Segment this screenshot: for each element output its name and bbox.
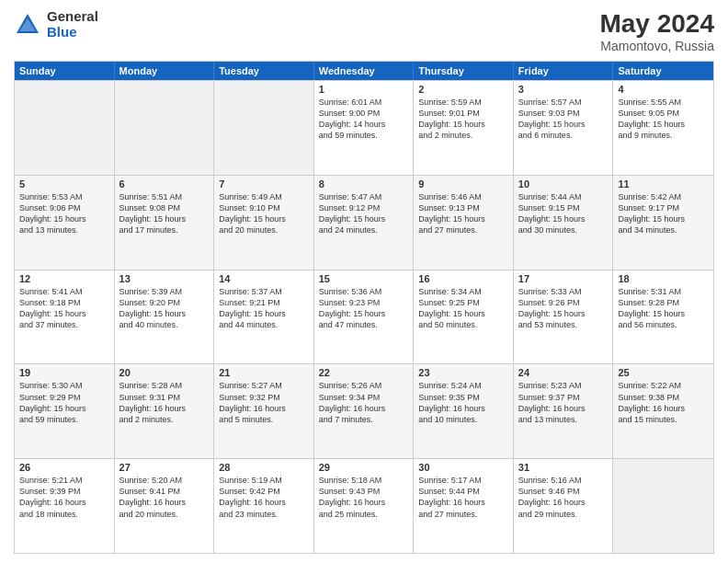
header-day: Saturday — [613, 62, 713, 80]
day-info: Sunrise: 5:57 AM Sunset: 9:03 PM Dayligh… — [518, 97, 609, 142]
calendar-cell: 4Sunrise: 5:55 AM Sunset: 9:05 PM Daylig… — [613, 81, 713, 175]
calendar-cell: 27Sunrise: 5:20 AM Sunset: 9:41 PM Dayli… — [115, 459, 215, 553]
header-day: Wednesday — [314, 62, 415, 80]
day-number: 8 — [319, 178, 409, 190]
day-info: Sunrise: 5:33 AM Sunset: 9:26 PM Dayligh… — [518, 286, 609, 331]
calendar-cell: 3Sunrise: 5:57 AM Sunset: 9:03 PM Daylig… — [514, 81, 614, 175]
calendar-cell — [214, 81, 314, 175]
day-info: Sunrise: 5:47 AM Sunset: 9:12 PM Dayligh… — [319, 191, 409, 236]
day-info: Sunrise: 5:31 AM Sunset: 9:28 PM Dayligh… — [618, 286, 709, 331]
calendar-cell: 24Sunrise: 5:23 AM Sunset: 9:37 PM Dayli… — [514, 364, 614, 458]
calendar-row: 19Sunrise: 5:30 AM Sunset: 9:29 PM Dayli… — [15, 363, 713, 458]
day-number: 13 — [119, 273, 210, 284]
calendar-cell: 11Sunrise: 5:42 AM Sunset: 9:17 PM Dayli… — [613, 176, 713, 270]
calendar: SundayMondayTuesdayWednesdayThursdayFrid… — [14, 61, 714, 554]
logo-icon — [14, 11, 41, 39]
day-info: Sunrise: 5:28 AM Sunset: 9:31 PM Dayligh… — [119, 380, 210, 425]
day-info: Sunrise: 5:24 AM Sunset: 9:35 PM Dayligh… — [418, 380, 508, 425]
calendar-cell: 23Sunrise: 5:24 AM Sunset: 9:35 PM Dayli… — [414, 364, 514, 458]
day-info: Sunrise: 5:46 AM Sunset: 9:13 PM Dayligh… — [418, 191, 508, 236]
header-day: Friday — [514, 62, 614, 80]
calendar-cell — [613, 459, 713, 553]
day-info: Sunrise: 5:44 AM Sunset: 9:15 PM Dayligh… — [518, 191, 609, 236]
day-info: Sunrise: 5:23 AM Sunset: 9:37 PM Dayligh… — [518, 380, 609, 425]
calendar-cell: 14Sunrise: 5:37 AM Sunset: 9:21 PM Dayli… — [214, 270, 314, 364]
day-info: Sunrise: 5:30 AM Sunset: 9:29 PM Dayligh… — [19, 380, 109, 425]
day-number: 17 — [518, 273, 609, 284]
day-number: 22 — [319, 367, 409, 378]
calendar-cell: 10Sunrise: 5:44 AM Sunset: 9:15 PM Dayli… — [514, 176, 614, 270]
day-number: 25 — [618, 367, 709, 378]
calendar-cell: 21Sunrise: 5:27 AM Sunset: 9:32 PM Dayli… — [214, 364, 314, 458]
calendar-cell: 30Sunrise: 5:17 AM Sunset: 9:44 PM Dayli… — [414, 459, 514, 553]
day-info: Sunrise: 5:51 AM Sunset: 9:08 PM Dayligh… — [119, 191, 210, 236]
calendar-cell — [115, 81, 215, 175]
page: General Blue May 2024 Mamontovo, Russia … — [0, 0, 728, 563]
day-info: Sunrise: 5:20 AM Sunset: 9:41 PM Dayligh… — [119, 475, 210, 520]
day-info: Sunrise: 5:59 AM Sunset: 9:01 PM Dayligh… — [418, 97, 508, 142]
calendar-cell: 16Sunrise: 5:34 AM Sunset: 9:25 PM Dayli… — [414, 270, 514, 364]
header: General Blue May 2024 Mamontovo, Russia — [14, 9, 714, 53]
day-info: Sunrise: 5:53 AM Sunset: 9:06 PM Dayligh… — [19, 191, 109, 236]
day-number: 18 — [618, 273, 709, 284]
calendar-cell: 29Sunrise: 5:18 AM Sunset: 9:43 PM Dayli… — [314, 459, 415, 553]
day-number: 10 — [518, 178, 609, 190]
day-info: Sunrise: 5:49 AM Sunset: 9:10 PM Dayligh… — [219, 191, 309, 236]
calendar-row: 1Sunrise: 6:01 AM Sunset: 9:00 PM Daylig… — [15, 80, 713, 175]
main-title: May 2024 — [599, 9, 714, 39]
logo-general: General — [47, 9, 98, 25]
calendar-cell: 26Sunrise: 5:21 AM Sunset: 9:39 PM Dayli… — [15, 459, 115, 553]
day-info: Sunrise: 5:16 AM Sunset: 9:46 PM Dayligh… — [518, 475, 609, 520]
calendar-cell: 7Sunrise: 5:49 AM Sunset: 9:10 PM Daylig… — [214, 176, 314, 270]
calendar-cell: 18Sunrise: 5:31 AM Sunset: 9:28 PM Dayli… — [613, 270, 713, 364]
day-number: 9 — [418, 178, 508, 190]
day-number: 20 — [119, 367, 210, 378]
day-number: 5 — [19, 178, 109, 190]
subtitle: Mamontovo, Russia — [599, 39, 714, 53]
calendar-header: SundayMondayTuesdayWednesdayThursdayFrid… — [15, 62, 713, 80]
calendar-cell: 13Sunrise: 5:39 AM Sunset: 9:20 PM Dayli… — [115, 270, 215, 364]
header-day: Thursday — [414, 62, 514, 80]
day-info: Sunrise: 5:18 AM Sunset: 9:43 PM Dayligh… — [319, 475, 409, 520]
calendar-cell — [15, 81, 115, 175]
calendar-cell: 22Sunrise: 5:26 AM Sunset: 9:34 PM Dayli… — [314, 364, 415, 458]
day-info: Sunrise: 5:26 AM Sunset: 9:34 PM Dayligh… — [319, 380, 409, 425]
day-number: 15 — [319, 273, 409, 284]
title-block: May 2024 Mamontovo, Russia — [599, 9, 714, 53]
day-number: 6 — [119, 178, 210, 190]
day-number: 2 — [418, 84, 508, 95]
day-number: 23 — [418, 367, 508, 378]
day-number: 21 — [219, 367, 309, 378]
logo-text: General Blue — [47, 9, 98, 40]
day-info: Sunrise: 5:21 AM Sunset: 9:39 PM Dayligh… — [19, 475, 109, 520]
day-number: 31 — [518, 462, 609, 473]
day-number: 11 — [618, 178, 709, 190]
day-info: Sunrise: 5:22 AM Sunset: 9:38 PM Dayligh… — [618, 380, 709, 425]
day-number: 16 — [418, 273, 508, 284]
calendar-row: 26Sunrise: 5:21 AM Sunset: 9:39 PM Dayli… — [15, 458, 713, 553]
calendar-cell: 31Sunrise: 5:16 AM Sunset: 9:46 PM Dayli… — [514, 459, 614, 553]
calendar-cell: 17Sunrise: 5:33 AM Sunset: 9:26 PM Dayli… — [514, 270, 614, 364]
day-number: 26 — [19, 462, 109, 473]
header-day: Sunday — [15, 62, 115, 80]
logo-blue: Blue — [47, 25, 98, 40]
day-number: 4 — [618, 84, 709, 95]
calendar-cell: 15Sunrise: 5:36 AM Sunset: 9:23 PM Dayli… — [314, 270, 415, 364]
calendar-row: 12Sunrise: 5:41 AM Sunset: 9:18 PM Dayli… — [15, 270, 713, 364]
calendar-cell: 19Sunrise: 5:30 AM Sunset: 9:29 PM Dayli… — [15, 364, 115, 458]
day-number: 1 — [319, 84, 409, 95]
calendar-cell: 25Sunrise: 5:22 AM Sunset: 9:38 PM Dayli… — [613, 364, 713, 458]
calendar-cell: 6Sunrise: 5:51 AM Sunset: 9:08 PM Daylig… — [115, 176, 215, 270]
day-number: 27 — [119, 462, 210, 473]
calendar-body: 1Sunrise: 6:01 AM Sunset: 9:00 PM Daylig… — [15, 80, 713, 553]
day-info: Sunrise: 5:41 AM Sunset: 9:18 PM Dayligh… — [19, 286, 109, 331]
day-number: 7 — [219, 178, 309, 190]
day-number: 24 — [518, 367, 609, 378]
calendar-cell: 9Sunrise: 5:46 AM Sunset: 9:13 PM Daylig… — [414, 176, 514, 270]
day-number: 19 — [19, 367, 109, 378]
day-info: Sunrise: 5:34 AM Sunset: 9:25 PM Dayligh… — [418, 286, 508, 331]
day-info: Sunrise: 5:39 AM Sunset: 9:20 PM Dayligh… — [119, 286, 210, 331]
calendar-cell: 20Sunrise: 5:28 AM Sunset: 9:31 PM Dayli… — [115, 364, 215, 458]
header-day: Monday — [115, 62, 215, 80]
calendar-cell: 28Sunrise: 5:19 AM Sunset: 9:42 PM Dayli… — [214, 459, 314, 553]
